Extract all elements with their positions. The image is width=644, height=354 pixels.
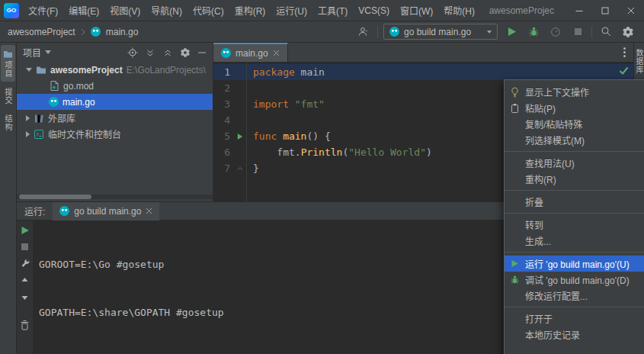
menu-separator: [505, 307, 644, 307]
menu-item-debug-go-build[interactable]: 调试 'go build main.go'(D): [505, 272, 644, 288]
run-panel-title[interactable]: 运行:: [24, 204, 45, 217]
project-panel-title[interactable]: 项目: [23, 46, 41, 59]
menu-item-label: 显示上下文操作: [525, 85, 589, 98]
run-config-select[interactable]: go build main.go: [383, 24, 498, 40]
menu-run[interactable]: 运行(U): [271, 0, 312, 21]
profiler-button[interactable]: [547, 24, 564, 40]
stop-icon: [575, 28, 582, 35]
menu-edit[interactable]: 编辑(E): [63, 0, 104, 21]
menu-item-label: 运行 'go build main.go'(U): [525, 257, 630, 270]
run-icon: [508, 258, 521, 270]
menu-item-folding[interactable]: 折叠: [505, 194, 644, 210]
menu-item-label: 修改运行配置...: [525, 289, 588, 302]
down-arrow-icon[interactable]: [21, 293, 29, 301]
debug-button[interactable]: [525, 24, 542, 40]
menu-item-modify-run-configuration[interactable]: 修改运行配置...: [505, 288, 644, 304]
menu-item-label: 调试 'go build main.go'(D): [525, 273, 630, 286]
hide-panel-icon[interactable]: [197, 48, 207, 57]
menu-separator: [505, 213, 644, 214]
project-tree: awesomeProject E:\GoLandProjects\ go.mod: [17, 62, 213, 142]
horizontal-scrollbar-track: [17, 195, 213, 199]
menu-item-local-history[interactable]: 本地历史记录: [505, 327, 644, 343]
menu-item-refactor[interactable]: 重构(R): [505, 171, 644, 187]
menu-item-find-usages[interactable]: 查找用法(U): [505, 155, 644, 171]
user-button[interactable]: [355, 24, 372, 40]
tab-options-icon[interactable]: [623, 47, 626, 57]
menu-navigate[interactable]: 导航(N): [146, 0, 187, 21]
menu-help[interactable]: 帮助(H): [438, 0, 480, 21]
menu-vcs[interactable]: VCS(S): [353, 0, 395, 21]
breadcrumb-file[interactable]: main.go: [106, 27, 139, 37]
collapse-all-icon[interactable]: [162, 47, 173, 58]
go-config-icon: [59, 206, 69, 216]
collapse-arrow-icon[interactable]: [26, 115, 30, 121]
menu-window[interactable]: 窗口(W): [395, 0, 438, 21]
line-number: 2: [213, 80, 233, 96]
tree-row-main-go[interactable]: main.go: [17, 94, 213, 110]
library-icon: [34, 113, 44, 124]
expand-arrow-icon[interactable]: [26, 68, 32, 72]
trash-icon[interactable]: [20, 320, 30, 330]
project-panel-actions: [127, 47, 207, 58]
panel-gear-icon[interactable]: [180, 47, 191, 58]
stop-button[interactable]: [569, 24, 586, 40]
tree-row-scratches[interactable]: 临时文件和控制台: [17, 126, 213, 142]
run-tab[interactable]: go build main.go: [53, 202, 159, 220]
wrench-icon[interactable]: [20, 259, 30, 269]
menu-item-paste[interactable]: 粘贴(P): [505, 100, 644, 116]
maximize-button[interactable]: [592, 0, 618, 21]
menu-item-run-go-build[interactable]: 运行 'go build main.go'(U): [505, 256, 644, 272]
line-number: 6: [213, 144, 233, 160]
chevron-down-icon: [45, 50, 51, 54]
menu-item-label: 粘贴(P): [525, 101, 556, 114]
menu-item-go-to[interactable]: 转到: [505, 217, 644, 233]
tree-item-label: main.go: [62, 97, 95, 108]
locate-file-icon[interactable]: [127, 47, 138, 58]
tree-item-label: go.mod: [63, 81, 94, 92]
tool-stripe-label: 项目: [2, 61, 14, 78]
settings-button[interactable]: [620, 24, 636, 40]
run-button[interactable]: [503, 24, 520, 40]
goland-window: GO 文件(F) 编辑(E) 视图(V) 导航(N) 代码(C) 重构(R) 运…: [0, 0, 644, 354]
menu-item-show-context-actions[interactable]: 显示上下文操作: [505, 84, 644, 100]
minimize-button[interactable]: [566, 0, 592, 21]
fold-end-icon[interactable]: [237, 166, 243, 171]
tree-row-go-mod[interactable]: go.mod: [17, 78, 213, 94]
search-everywhere-button[interactable]: [598, 24, 614, 40]
expand-all-icon[interactable]: [145, 47, 155, 58]
toolbar-divider: [377, 26, 378, 38]
stop-icon[interactable]: [21, 243, 28, 250]
tool-stripe-project[interactable]: 项目: [1, 45, 15, 82]
close-button[interactable]: [618, 0, 644, 21]
tab-main-go[interactable]: main.go: [213, 43, 288, 62]
menu-item-open-in[interactable]: 打开于: [505, 311, 644, 327]
rerun-icon[interactable]: [21, 226, 30, 235]
run-tab-close-icon[interactable]: [146, 208, 152, 214]
tool-stripe-label: 结构: [2, 114, 14, 131]
menu-tools[interactable]: 工具(T): [312, 0, 353, 21]
horizontal-scrollbar-thumb[interactable]: [19, 195, 91, 199]
tool-stripe-database[interactable]: 数据库: [632, 45, 644, 78]
code-line[interactable]: package main: [247, 64, 633, 80]
tree-row-project-root[interactable]: awesomeProject E:\GoLandProjects\: [17, 62, 213, 78]
collapse-arrow-icon[interactable]: [26, 131, 30, 137]
title-bar: GO 文件(F) 编辑(E) 视图(V) 导航(N) 代码(C) 重构(R) 运…: [0, 0, 644, 21]
up-arrow-icon[interactable]: [21, 277, 29, 285]
menu-item-column-selection-mode[interactable]: 列选择模式(M): [505, 132, 644, 148]
menu-code[interactable]: 代码(C): [187, 0, 229, 21]
tool-stripe-commit[interactable]: 提交: [1, 84, 15, 108]
project-panel: 项目: [17, 43, 213, 201]
menu-item-label: 折叠: [525, 195, 543, 208]
run-main-gutter-icon[interactable]: [237, 134, 242, 140]
menu-view[interactable]: 视图(V): [104, 0, 146, 21]
breadcrumb-project[interactable]: awesomeProject: [8, 27, 75, 37]
tree-row-external-libraries[interactable]: 外部库: [17, 110, 213, 126]
tab-close-icon[interactable]: [273, 50, 280, 56]
menu-item-generate[interactable]: 生成...: [505, 233, 644, 249]
tool-stripe-structure[interactable]: 结构: [1, 111, 15, 135]
inspections-ok-icon[interactable]: [619, 66, 629, 75]
go-file-icon: [91, 27, 101, 37]
menu-file[interactable]: 文件(F): [23, 0, 63, 21]
menu-item-copy-paste-special[interactable]: 复制/粘贴特殊: [505, 116, 644, 132]
menu-refactor[interactable]: 重构(R): [229, 0, 271, 21]
